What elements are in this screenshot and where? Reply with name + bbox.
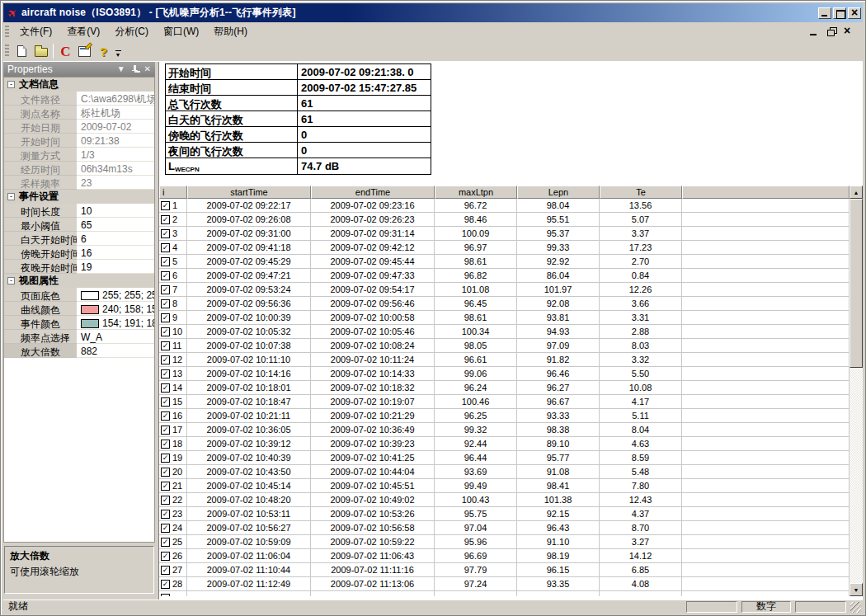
c-logo-button[interactable]: C: [56, 42, 75, 60]
properties-button[interactable]: [75, 42, 94, 60]
section-header[interactable]: -文档信息: [4, 78, 154, 92]
property-row[interactable]: 经历时间06h34m13s: [4, 162, 154, 176]
row-checkbox[interactable]: ✓: [161, 538, 170, 547]
table-row[interactable]: ✓62009-07-02 09:47:212009-07-02 09:47:33…: [159, 269, 850, 283]
property-row[interactable]: 白天开始时间6: [4, 232, 154, 246]
maximize-button[interactable]: [833, 7, 846, 19]
table-row[interactable]: ✓32009-07-02 09:31:002009-07-02 09:31:14…: [159, 227, 850, 241]
table-row[interactable]: ✓112009-07-02 10:07:382009-07-02 10:08:2…: [159, 339, 850, 353]
mdi-minimize-icon[interactable]: [809, 27, 820, 36]
row-checkbox[interactable]: ✓: [161, 327, 170, 336]
menu-file[interactable]: 文件(F): [12, 22, 59, 41]
scroll-down-icon[interactable]: ▼: [850, 583, 863, 596]
close-button[interactable]: [848, 7, 861, 19]
property-row[interactable]: 测量方式1/3: [4, 148, 154, 162]
row-checkbox[interactable]: ✓: [161, 411, 170, 421]
row-checkbox[interactable]: ✓: [161, 426, 170, 435]
table-row[interactable]: ✓162009-07-02 10:21:112009-07-02 10:21:2…: [159, 409, 850, 423]
table-row[interactable]: ✓242009-07-02 10:56:272009-07-02 10:56:5…: [159, 521, 850, 535]
property-row[interactable]: 曲线颜色240; 158; 158: [4, 302, 154, 316]
scrollbar-thumb[interactable]: [850, 199, 863, 368]
column-header-startTime[interactable]: startTime: [187, 186, 311, 199]
collapse-icon[interactable]: -: [7, 81, 15, 88]
table-row[interactable]: ✓72009-07-02 09:53:242009-07-02 09:54:17…: [159, 283, 850, 297]
table-row[interactable]: ✓142009-07-02 10:18:012009-07-02 10:18:3…: [159, 381, 850, 395]
property-row[interactable]: 页面底色255; 255; 255: [4, 288, 154, 302]
property-row[interactable]: 采样频率23: [4, 176, 154, 190]
menu-analysis[interactable]: 分析(C): [107, 22, 156, 41]
row-checkbox[interactable]: ✓: [161, 369, 170, 379]
table-row[interactable]: ✓42009-07-02 09:41:182009-07-02 09:42:12…: [159, 241, 850, 255]
table-row[interactable]: ✓252009-07-02 10:59:092009-07-02 10:59:2…: [159, 535, 850, 549]
row-checkbox[interactable]: ✓: [161, 355, 170, 364]
property-row[interactable]: 傍晚开始时间16: [4, 246, 154, 260]
help-button[interactable]: ?: [94, 42, 113, 60]
table-row[interactable]: ✓172009-07-02 10:36:052009-07-02 10:36:4…: [159, 423, 850, 437]
panel-dropdown-icon[interactable]: ▼: [117, 65, 125, 73]
property-row[interactable]: 测点名称栎社机场: [4, 106, 154, 120]
row-checkbox[interactable]: ✓: [161, 580, 170, 589]
row-checkbox[interactable]: ✓: [161, 243, 170, 252]
column-header-i[interactable]: i: [159, 186, 187, 199]
property-row[interactable]: 最小阈值65: [4, 218, 154, 232]
property-row[interactable]: 时间长度10: [4, 204, 154, 218]
table-row[interactable]: ✓282009-07-02 11:12:492009-07-02 11:13:0…: [159, 577, 850, 591]
scroll-up-icon[interactable]: ▲: [850, 186, 863, 199]
section-header[interactable]: -视图属性: [4, 274, 154, 288]
table-row[interactable]: ✓222009-07-02 10:48:202009-07-02 10:49:0…: [159, 493, 850, 507]
row-checkbox[interactable]: ✓: [161, 440, 170, 449]
row-checkbox[interactable]: ✓: [161, 257, 170, 266]
property-row[interactable]: 放大倍数882: [4, 344, 154, 358]
menubar-grip[interactable]: [5, 26, 9, 39]
table-row[interactable]: ✓262009-07-02 11:06:042009-07-02 11:06:4…: [159, 549, 850, 563]
vertical-scrollbar[interactable]: ▲ ▼: [850, 186, 863, 596]
row-checkbox[interactable]: ✓: [161, 285, 170, 294]
property-row[interactable]: 文件路径C:\awa6298\机场: [4, 92, 154, 106]
row-checkbox[interactable]: ✓: [161, 383, 170, 393]
column-header-Lepn[interactable]: Lepn: [517, 186, 600, 199]
row-checkbox[interactable]: ✓: [161, 271, 170, 280]
row-checkbox[interactable]: ✓: [161, 468, 170, 477]
property-row[interactable]: 开始时间09:21:38: [4, 134, 154, 148]
menu-help[interactable]: 帮助(H): [206, 22, 255, 41]
table-row[interactable]: ✓122009-07-02 10:11:102009-07-02 10:11:2…: [159, 353, 850, 367]
row-checkbox[interactable]: ✓: [161, 566, 170, 575]
menu-window[interactable]: 窗口(W): [156, 22, 206, 41]
table-row[interactable]: ✓202009-07-02 10:43:502009-07-02 10:44:0…: [159, 465, 850, 479]
table-row[interactable]: ✓132009-07-02 10:14:162009-07-02 10:14:3…: [159, 367, 850, 381]
column-header-maxLtpn[interactable]: maxLtpn: [435, 186, 517, 199]
table-row[interactable]: ✓212009-07-02 10:45:142009-07-02 10:45:5…: [159, 479, 850, 493]
column-header-endTime[interactable]: endTime: [311, 186, 435, 199]
column-header-Te[interactable]: Te: [600, 186, 682, 199]
row-checkbox[interactable]: ✓: [161, 397, 170, 407]
minimize-button[interactable]: [818, 7, 831, 19]
section-header[interactable]: -事件设置: [4, 190, 154, 204]
row-checkbox[interactable]: ✓: [161, 313, 170, 322]
pin-icon[interactable]: [131, 65, 139, 74]
mdi-restore-icon[interactable]: [826, 27, 837, 36]
column-header-blank[interactable]: [682, 186, 850, 199]
property-row[interactable]: 开始日期2009-07-02: [4, 120, 154, 134]
table-row[interactable]: ✓22009-07-02 09:26:082009-07-02 09:26:23…: [159, 213, 850, 227]
resize-grip[interactable]: [850, 602, 861, 613]
collapse-icon[interactable]: -: [7, 193, 15, 200]
row-checkbox[interactable]: ✓: [161, 215, 170, 224]
mdi-close-icon[interactable]: [844, 27, 854, 36]
row-checkbox[interactable]: ✓: [161, 510, 170, 519]
row-checkbox[interactable]: ✓: [161, 482, 170, 491]
table-row[interactable]: ✓92009-07-02 10:00:392009-07-02 10:00:58…: [159, 311, 850, 325]
table-row[interactable]: ✓152009-07-02 10:18:472009-07-02 10:19:0…: [159, 395, 850, 409]
property-row[interactable]: 频率点选择W_A: [4, 330, 154, 344]
row-checkbox[interactable]: ✓: [161, 299, 170, 308]
row-checkbox[interactable]: ✓: [161, 229, 170, 238]
table-row[interactable]: ✓232009-07-02 10:53:112009-07-02 10:53:2…: [159, 507, 850, 521]
property-row[interactable]: 事件颜色154; 191; 184: [4, 316, 154, 330]
table-row[interactable]: ✓182009-07-02 10:39:122009-07-02 10:39:2…: [159, 437, 850, 451]
table-row[interactable]: ✓82009-07-02 09:56:362009-07-02 09:56:46…: [159, 297, 850, 311]
toolbar-grip[interactable]: [5, 45, 9, 58]
menu-view[interactable]: 查看(V): [59, 22, 107, 41]
table-row[interactable]: ✓52009-07-02 09:45:292009-07-02 09:45:44…: [159, 255, 850, 269]
panel-close-icon[interactable]: ✕: [144, 65, 151, 73]
row-checkbox[interactable]: ✓: [161, 201, 170, 210]
toolbar-options-button[interactable]: ▼: [113, 43, 123, 59]
